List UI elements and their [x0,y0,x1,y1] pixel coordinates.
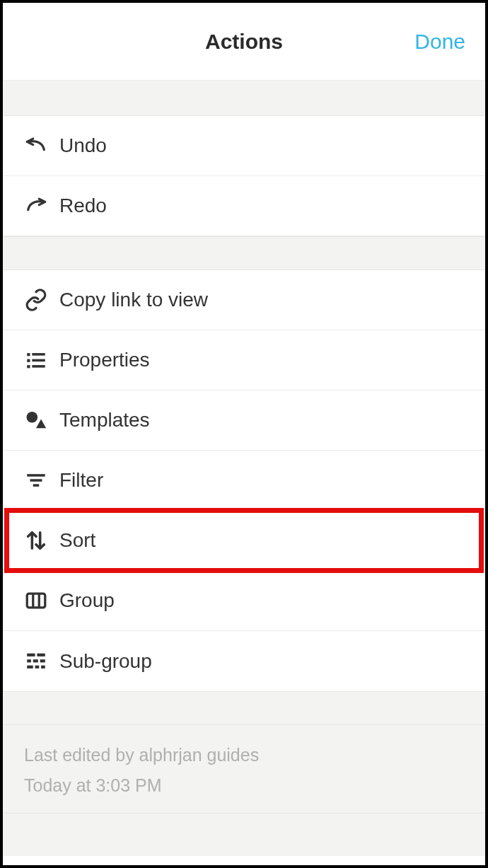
timestamp-text: Today at 3:03 PM [24,775,464,796]
svg-rect-3 [32,359,45,362]
subgroup-label: Sub-group [59,650,152,673]
svg-rect-15 [27,659,31,662]
section-spacer [3,236,485,270]
templates-item[interactable]: Templates [3,390,485,451]
subgroup-icon [24,649,59,673]
svg-rect-20 [41,665,45,668]
done-button[interactable]: Done [414,30,465,54]
sort-label: Sort [59,529,95,552]
copy-link-item[interactable]: Copy link to view [3,270,485,330]
svg-rect-14 [37,653,45,656]
filter-item[interactable]: Filter [3,451,485,511]
sort-icon [24,528,59,552]
svg-rect-17 [40,659,45,662]
header: Actions Done [3,3,485,81]
undo-item[interactable]: Undo [3,116,485,176]
subgroup-item[interactable]: Sub-group [3,631,485,691]
section-spacer [3,691,485,725]
page-title: Actions [205,30,283,54]
link-icon [24,288,59,312]
edited-by-text: Last edited by alphrjan guides [24,745,464,765]
svg-rect-5 [32,365,45,368]
filter-label: Filter [59,469,103,492]
filter-icon [24,468,59,492]
group-item[interactable]: Group [3,571,485,631]
redo-icon [24,194,59,218]
properties-item[interactable]: Properties [3,330,485,390]
sort-item[interactable]: Sort [3,511,485,571]
svg-rect-19 [35,665,40,668]
svg-rect-4 [27,365,30,368]
undo-icon [24,134,59,158]
svg-rect-0 [27,353,30,356]
copy-link-label: Copy link to view [59,289,208,311]
footer: Last edited by alphrjan guides Today at … [3,725,485,814]
group-label: Group [59,589,115,612]
svg-point-6 [27,412,38,423]
svg-rect-13 [27,653,35,656]
templates-label: Templates [59,409,150,432]
section-spacer [3,81,485,116]
svg-rect-10 [27,594,45,608]
section-spacer [3,814,485,856]
templates-icon [24,408,59,432]
svg-rect-2 [27,359,30,362]
redo-item[interactable]: Redo [3,176,485,236]
svg-rect-1 [32,353,45,356]
svg-rect-16 [33,659,38,662]
properties-label: Properties [59,349,150,371]
svg-rect-18 [27,665,33,668]
undo-label: Undo [59,134,107,157]
redo-label: Redo [59,195,107,217]
properties-icon [24,348,59,372]
group-icon [24,589,59,613]
